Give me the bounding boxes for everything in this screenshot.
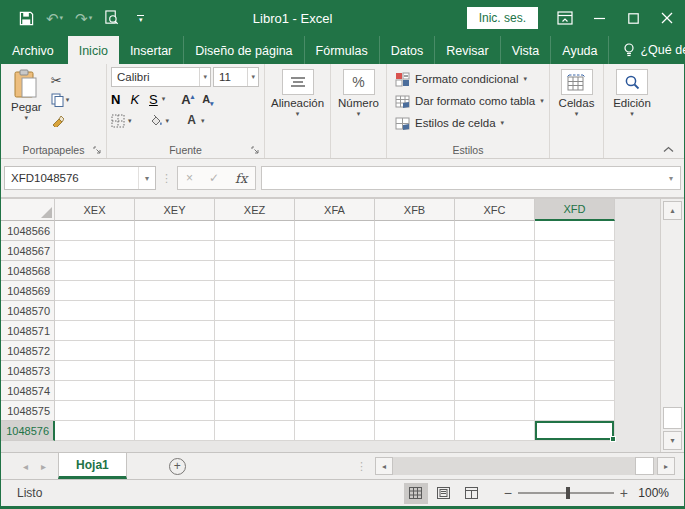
cell-XFA1048574[interactable] (295, 381, 375, 401)
cell-XFB1048572[interactable] (375, 341, 455, 361)
cell-XEX1048573[interactable] (55, 361, 135, 381)
cell-XFC1048566[interactable] (455, 221, 535, 241)
cell-XFA1048571[interactable] (295, 321, 375, 341)
add-sheet-button[interactable]: + (169, 458, 186, 475)
tab-revisar[interactable]: Revisar (435, 36, 500, 64)
format-painter-button[interactable] (48, 111, 73, 129)
zoom-level[interactable]: 100% (634, 486, 684, 500)
cell-XFD1048566[interactable] (535, 221, 615, 241)
cell-XEZ1048569[interactable] (215, 281, 295, 301)
cell-XFA1048570[interactable] (295, 301, 375, 321)
cell-XFD1048568[interactable] (535, 261, 615, 281)
zoom-in-button[interactable]: + (614, 485, 634, 501)
confirm-entry-icon[interactable]: ✓ (209, 171, 219, 185)
cell-XFD1048574[interactable] (535, 381, 615, 401)
horizontal-scrollbar[interactable]: ◂ ▸ (375, 457, 675, 475)
row-header-1048569[interactable]: 1048569 (1, 281, 55, 301)
row-header-1048574[interactable]: 1048574 (1, 381, 55, 401)
row-header-1048572[interactable]: 1048572 (1, 341, 55, 361)
print-preview-button[interactable] (100, 8, 123, 28)
underline-button[interactable]: S (149, 92, 158, 107)
ribbon-display-options-button[interactable] (548, 0, 582, 36)
vertical-scrollbar[interactable]: ▴ ▾ (660, 199, 684, 452)
cell-XEZ1048574[interactable] (215, 381, 295, 401)
cell-XEX1048576[interactable] (55, 421, 135, 441)
minimize-button[interactable] (582, 0, 616, 36)
vertical-scroll-thumb[interactable] (663, 407, 682, 429)
save-button[interactable] (15, 9, 38, 28)
cell-XEZ1048572[interactable] (215, 341, 295, 361)
cell-XEY1048568[interactable] (135, 261, 215, 281)
cell-XFC1048571[interactable] (455, 321, 535, 341)
fill-handle[interactable] (610, 436, 616, 442)
conditional-formatting-button[interactable]: Formato condicional ▾ (391, 69, 548, 89)
formula-expand-icon[interactable]: ▾ (669, 174, 680, 183)
cell-XFD1048571[interactable] (535, 321, 615, 341)
alignment-button[interactable]: Alineación ▾ (265, 67, 330, 142)
cell-XFA1048568[interactable] (295, 261, 375, 281)
row-header-1048576[interactable]: 1048576 (1, 421, 55, 441)
cells-button[interactable]: Celdas ▾ (553, 67, 601, 142)
scroll-right-button[interactable]: ▸ (657, 457, 675, 475)
cell-XEX1048568[interactable] (55, 261, 135, 281)
row-header-1048573[interactable]: 1048573 (1, 361, 55, 381)
cell-XFB1048567[interactable] (375, 241, 455, 261)
row-header-1048567[interactable]: 1048567 (1, 241, 55, 261)
cell-XFA1048575[interactable] (295, 401, 375, 421)
cell-XFD1048572[interactable] (535, 341, 615, 361)
column-header-XEY[interactable]: XEY (135, 199, 215, 221)
horizontal-scroll-track[interactable] (393, 457, 657, 475)
cell-XEY1048566[interactable] (135, 221, 215, 241)
borders-button[interactable]: ▾ (111, 114, 132, 128)
prev-sheet-icon[interactable]: ◂ (23, 461, 28, 472)
grow-font-button[interactable]: A▴ (181, 92, 194, 107)
cut-button[interactable]: ✂ (48, 71, 73, 89)
cell-XEY1048573[interactable] (135, 361, 215, 381)
cell-XEY1048575[interactable] (135, 401, 215, 421)
row-header-1048571[interactable]: 1048571 (1, 321, 55, 341)
cell-XEZ1048566[interactable] (215, 221, 295, 241)
cell-XFD1048570[interactable] (535, 301, 615, 321)
column-header-XFA[interactable]: XFA (295, 199, 375, 221)
undo-button[interactable]: ↶ ▾ (42, 9, 67, 28)
normal-view-button[interactable] (404, 483, 428, 504)
sheet-tab-hoja1[interactable]: Hoja1 (58, 453, 127, 479)
cell-XFB1048566[interactable] (375, 221, 455, 241)
cell-XFA1048573[interactable] (295, 361, 375, 381)
font-dialog-launcher[interactable] (251, 146, 261, 156)
row-header-1048566[interactable]: 1048566 (1, 221, 55, 241)
tab-vista[interactable]: Vista (501, 36, 552, 64)
paste-button[interactable]: Pegar ▾ (5, 67, 48, 142)
cell-XEZ1048568[interactable] (215, 261, 295, 281)
cell-XFC1048576[interactable] (455, 421, 535, 441)
cell-XEX1048574[interactable] (55, 381, 135, 401)
cell-XEZ1048570[interactable] (215, 301, 295, 321)
zoom-slider-thumb[interactable] (566, 487, 570, 499)
cell-XFD1048573[interactable] (535, 361, 615, 381)
cell-XFB1048570[interactable] (375, 301, 455, 321)
cell-XFD1048569[interactable] (535, 281, 615, 301)
vertical-scroll-track[interactable] (663, 220, 682, 431)
cell-XFC1048569[interactable] (455, 281, 535, 301)
cell-XFB1048569[interactable] (375, 281, 455, 301)
fill-color-button[interactable]: ▾ (148, 115, 170, 128)
column-header-XEX[interactable]: XEX (55, 199, 135, 221)
formula-bar-drag-handle[interactable]: ⋮ (161, 172, 172, 185)
bold-button[interactable]: N (111, 92, 120, 107)
cell-XEX1048570[interactable] (55, 301, 135, 321)
cell-XFA1048572[interactable] (295, 341, 375, 361)
column-header-XFC[interactable]: XFC (455, 199, 535, 221)
cell-XEY1048571[interactable] (135, 321, 215, 341)
cell-XFC1048575[interactable] (455, 401, 535, 421)
cell-XEY1048572[interactable] (135, 341, 215, 361)
redo-caret-icon[interactable]: ▾ (89, 14, 93, 22)
select-all-button[interactable] (1, 199, 55, 221)
cell-XFB1048568[interactable] (375, 261, 455, 281)
cell-XEY1048574[interactable] (135, 381, 215, 401)
cell-XFA1048576[interactable] (295, 421, 375, 441)
cell-XFB1048575[interactable] (375, 401, 455, 421)
cell-XFB1048571[interactable] (375, 321, 455, 341)
tab-dise-o-de-p-gina[interactable]: Diseño de página (184, 36, 304, 64)
tab-ayuda[interactable]: Ayuda (551, 36, 609, 64)
collapse-ribbon-button[interactable] (663, 146, 674, 153)
